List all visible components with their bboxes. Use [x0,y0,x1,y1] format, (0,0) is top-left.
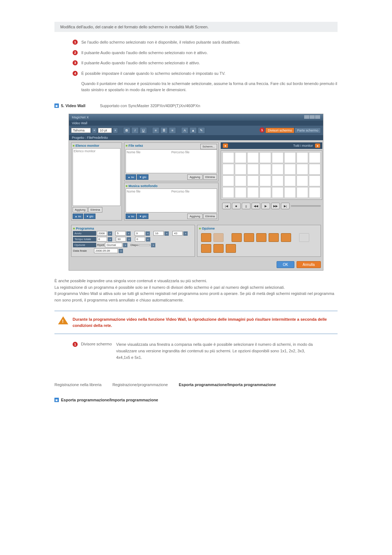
opt-icon[interactable] [201,244,211,253]
opt-icon[interactable] [281,233,291,242]
opzione-head: Opzione [202,227,215,230]
year-input[interactable]: 2006 [97,231,107,236]
monitor-aggiung-button[interactable]: Aggiung [73,207,87,212]
def-term: Divisore schermo [81,342,112,346]
app-title: MagicNet X [72,116,89,119]
programma-panel: ■ Programma Avvio 2006▾ A 5▾ M 9▾ G 16▾ … [71,225,195,257]
window-subheader: Video Wall [69,121,323,126]
line-color-button[interactable]: ✎ [198,127,205,134]
avvio-label: Avvio [73,231,96,236]
tab-divisori[interactable]: Divisori schermo [265,127,295,133]
app-screenshot: MagicNet X Video Wall Tahoma ▾ 10 pt ▾ B… [69,114,323,271]
section-subtitle: Supportato con SyncMaster 320PXn/400P(T)… [100,104,200,108]
transport-last[interactable]: ▶| [281,203,290,209]
music-up-button[interactable]: su [126,214,136,219]
tab-esporta[interactable]: Esporta programmazione/Importa programma… [179,382,276,387]
data-finale-input[interactable]: 2006.05.09 [94,248,118,253]
monitor-list-head: ■ Elenco monitor [73,144,121,147]
bold-button[interactable]: B [123,127,130,134]
bullet-badge-3: 3 [73,60,78,65]
monitor-list[interactable]: Elenco monitor [73,148,121,206]
music-list[interactable]: Nome filePercorso file [126,189,217,212]
tab-registrazione[interactable]: Registrazione/programmazione [113,382,168,387]
thumbnail-grid[interactable] [221,150,322,200]
monitor-list-panel: ■ Elenco monitor Elenco monitor Aggiung … [71,142,122,220]
transport-play[interactable]: ▶ [261,203,270,209]
font-dropdown-icon[interactable]: ▾ [92,127,97,133]
opt-icon[interactable] [213,244,224,253]
file-selez-head: ■ File selez [126,144,143,149]
opt-icon[interactable] [226,244,236,253]
tab-libreria[interactable]: Registrazione nella libreria [54,382,102,387]
file-up-button[interactable]: su [126,174,136,180]
underline-button[interactable]: U [140,127,147,134]
export-section-header: ▣ Esporta programmazione/Importa program… [54,398,338,402]
warning-text: Durante la programmazione video nella fu… [73,316,334,328]
opt-icon[interactable] [299,233,309,242]
definition-row: 1 Divisore schermo Viene visualizzata un… [54,341,338,361]
preview-column: ● Tutti i monitor ● |◀ ■ [221,142,322,220]
transport-stop[interactable]: ■ [232,203,241,209]
opt-icon[interactable] [256,233,266,242]
scherm-button[interactable]: Scherm... [200,144,217,149]
continuation-text: Quando il puntatore del mouse è posizion… [81,81,338,93]
min-input[interactable]: 43 [172,231,183,236]
bullet-4: 4 È possibile impostare il canale quando… [73,70,338,77]
window-buttons[interactable] [304,115,320,119]
music-down-button[interactable]: giù [137,214,148,219]
section-title: 5. Video Wall [61,104,85,108]
file-down-button[interactable]: giù [137,174,148,180]
annulla-button[interactable]: Annulla [297,261,321,268]
bullet-3: 3 Il pulsante Audio quando l'audio dello… [73,60,338,66]
transport-ff[interactable]: ▶▶ [271,203,280,209]
monitor-elimina-button[interactable]: Elimina [88,207,102,212]
opt-icon[interactable] [213,233,224,242]
fill-color-button[interactable]: ▲ [189,127,197,134]
prev-chip-left[interactable]: ● [223,143,228,148]
bullet-list: 1 Se l'audio dello schermo selezionato n… [54,39,338,93]
file-elimina-button[interactable]: Elimina [203,174,217,180]
bullet-badge-1: 1 [73,40,78,45]
transport-slider[interactable] [291,205,321,207]
ripeti-select[interactable]: Giornal [105,243,122,247]
hour-input[interactable]: 16 [154,231,164,236]
italic-button[interactable]: I [131,127,139,134]
opt-icon[interactable] [244,233,254,242]
music-elimina-button[interactable]: Elimina [203,214,217,219]
prev-chip-right[interactable]: ● [315,143,320,148]
size-dropdown-icon[interactable]: ▾ [113,127,118,133]
transport-rw[interactable]: ◀◀ [252,203,260,209]
window-titlebar: MagicNet X [69,114,323,121]
day-input[interactable]: 9 [135,231,145,236]
file-aggiung-button[interactable]: Aggiung [187,174,202,180]
align-right-button[interactable]: ≡ [169,127,176,134]
font-select[interactable]: Tahoma [71,128,91,133]
callout-1-badge: 1 [260,127,265,133]
tab-parte[interactable]: Parte schermo [294,127,321,133]
opt-icon[interactable] [232,233,242,242]
file-list[interactable]: Nome filePercorso file [126,149,217,173]
music-aggiung-button[interactable]: Aggiung [187,214,202,219]
align-left-button[interactable]: ≡ [152,127,159,134]
bullet-text-4: È possibile impostare il canale quando l… [81,70,338,77]
text-color-button[interactable]: A [181,127,188,134]
ok-button[interactable]: OK [277,261,294,268]
size-select[interactable]: 10 pt [98,128,112,133]
music-head: ■ Musica sottofondo [126,184,217,188]
bullet-text-2: Il pulsante Audio quando l'audio dello s… [81,50,338,56]
project-bar: Progetto : FilePredefinito [69,135,323,140]
opt-icon[interactable] [201,233,211,242]
transport-pause[interactable]: || [242,203,250,209]
monitor-down-button[interactable]: giù [84,214,95,219]
export-section-icon: ▣ [54,398,59,402]
post-screenshot-paragraph: È anche possibile ingrandire una singola… [54,278,338,303]
transport-first[interactable]: |◀ [222,203,231,209]
bullet-badge-4: 4 [73,71,78,76]
align-center-button[interactable]: ≣ [160,127,168,134]
section-5-header: ▣ 5. Video Wall Supportato con SyncMaste… [54,104,338,108]
diapo-select[interactable] [139,244,150,246]
monitor-up-button[interactable]: su [73,214,83,219]
month-input[interactable]: 5 [115,231,126,236]
programma-head: Programma [76,227,94,230]
opt-icon[interactable] [269,233,279,242]
